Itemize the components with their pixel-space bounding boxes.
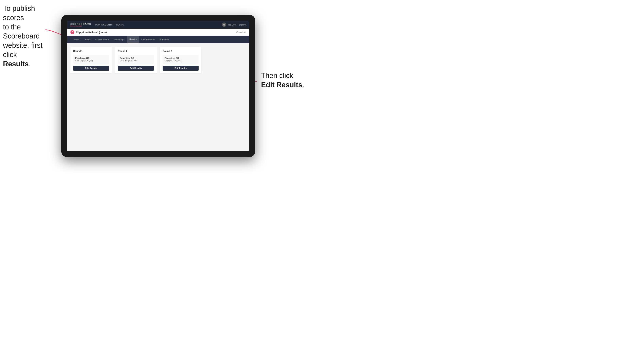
round-2-course-card: Peachtree GC Gold (M) (7010 yds) xyxy=(118,55,154,64)
logo-text: SCOREBOARD xyxy=(70,23,91,25)
tab-printables[interactable]: Printables xyxy=(157,36,172,43)
round-2-course-name: Peachtree GC xyxy=(120,57,152,59)
round-1-course-card: Peachtree GC Gold (M) (7010 yds) xyxy=(73,55,109,64)
top-navigation: SCOREBOARD Powered by clippd TOURNAMENTS… xyxy=(67,21,249,29)
round-1-card: Round 1 Peachtree GC Gold (M) (7010 yds)… xyxy=(70,47,112,73)
nav-teams[interactable]: TEAMS xyxy=(116,23,124,27)
tablet-screen: SCOREBOARD Powered by clippd TOURNAMENTS… xyxy=(67,21,249,151)
tab-results[interactable]: Results xyxy=(127,36,139,43)
user-icon-inner xyxy=(223,24,225,26)
instruction-edit-results-bold: Edit Results xyxy=(261,81,302,89)
cancel-x-icon: ✕ xyxy=(244,31,246,34)
round-3-course-card: Peachtree GC Gold (M) (7010 yds) xyxy=(162,55,198,64)
user-icon xyxy=(222,22,226,27)
round-1-edit-results-button[interactable]: Edit Results xyxy=(73,66,109,71)
round-2-card: Round 2 Peachtree GC Gold (M) (7010 yds)… xyxy=(115,47,157,73)
tournament-title-row: C Clippd Invitational (demo) xyxy=(70,30,108,34)
instruction-left: To publish scores to the Scoreboard webs… xyxy=(3,4,46,69)
instruction-click-text: click xyxy=(3,51,17,59)
tab-bar: Details Teams Course Setup Tee Groups Re… xyxy=(67,36,249,43)
nav-right: Test User | Sign out xyxy=(222,22,246,27)
logo: SCOREBOARD Powered by clippd xyxy=(70,23,91,27)
sign-out-link[interactable]: Sign out xyxy=(239,24,246,26)
instruction-right: Then click Edit Results. xyxy=(261,71,304,90)
round-2-title: Round 2 xyxy=(118,50,154,52)
tab-course-setup[interactable]: Course Setup xyxy=(93,36,111,43)
instruction-results-bold: Results xyxy=(3,60,29,68)
round-2-edit-results-button[interactable]: Edit Results xyxy=(118,66,154,71)
round-1-course-details: Gold (M) (7010 yds) xyxy=(75,60,107,62)
cancel-label: Cancel xyxy=(236,31,243,33)
nav-tournaments[interactable]: TOURNAMENTS xyxy=(95,23,113,27)
user-text: Test User | xyxy=(228,24,237,26)
logo-sub: Powered by clippd xyxy=(70,25,91,27)
tablet-device: SCOREBOARD Powered by clippd TOURNAMENTS… xyxy=(61,15,255,157)
rounds-grid: Round 1 Peachtree GC Gold (M) (7010 yds)… xyxy=(70,47,246,73)
round-3-course-details: Gold (M) (7010 yds) xyxy=(164,60,196,62)
round-3-title: Round 3 xyxy=(162,50,198,52)
tournament-header: C Clippd Invitational (demo) Cancel ✕ xyxy=(67,29,249,36)
round-3-card: Round 3 Peachtree GC Gold (M) (7010 yds)… xyxy=(160,47,201,73)
tournament-icon: C xyxy=(70,30,74,34)
tab-leaderboards[interactable]: Leaderboards xyxy=(139,36,157,43)
round-2-course-details: Gold (M) (7010 yds) xyxy=(120,60,152,62)
cancel-button[interactable]: Cancel ✕ xyxy=(236,31,246,34)
content-area: Round 1 Peachtree GC Gold (M) (7010 yds)… xyxy=(67,43,249,151)
round-3-course-name: Peachtree GC xyxy=(164,57,196,59)
round-1-course-name: Peachtree GC xyxy=(75,57,107,59)
tab-teams[interactable]: Teams xyxy=(82,36,93,43)
empty-round-slot xyxy=(204,47,246,73)
tab-details[interactable]: Details xyxy=(70,36,82,43)
round-3-edit-results-button[interactable]: Edit Results xyxy=(162,66,198,71)
round-1-title: Round 1 xyxy=(73,50,109,52)
tab-tee-groups[interactable]: Tee Groups xyxy=(111,36,127,43)
tournament-name: Clippd Invitational (demo) xyxy=(76,31,108,34)
nav-links: TOURNAMENTS TEAMS xyxy=(95,23,222,27)
